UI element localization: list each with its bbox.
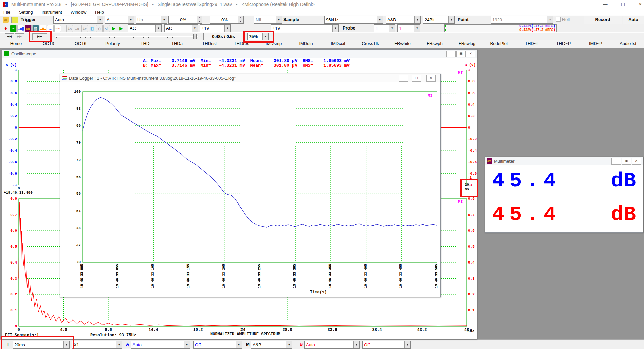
minimize-icon[interactable]: —	[399, 75, 408, 82]
a-window-combo[interactable]: Off▼	[193, 341, 242, 349]
chevron-down-icon[interactable]: ▼	[414, 16, 420, 23]
chevron-down-icon[interactable]: ▼	[97, 16, 103, 23]
sweep-time-combo[interactable]: 20ms▼	[13, 341, 70, 349]
tab-polarity[interactable]: Polarity	[97, 40, 129, 48]
chevron-down-icon[interactable]: ▼	[161, 16, 167, 23]
bit-depth-combo[interactable]: 24Bit▼	[423, 16, 455, 24]
chevron-down-icon[interactable]: ▼	[286, 341, 292, 348]
tab-imdp[interactable]: IMD~P	[580, 40, 612, 48]
oscilloscope-icon[interactable]: ~	[10, 25, 17, 32]
auto-button[interactable]: Auto	[623, 16, 644, 24]
x-scale-combo[interactable]: X1▼	[72, 341, 122, 349]
sampling-channels-combo[interactable]: A&B▼	[386, 16, 421, 24]
record-button[interactable]: Record	[584, 16, 622, 24]
tab-home[interactable]: Home	[0, 40, 32, 48]
trigger-delay-spinner[interactable]: 0% ▲▼	[210, 16, 244, 24]
tab-oct6[interactable]: OCT6	[64, 40, 97, 48]
sound-card-icon[interactable]: ◧	[89, 25, 95, 32]
menu-instrument[interactable]: Instrument	[41, 10, 62, 15]
chevron-down-icon[interactable]: ▼	[155, 25, 161, 32]
a-range-combo[interactable]: Auto▼	[131, 341, 190, 349]
multimeter-icon[interactable]: 888	[25, 25, 32, 32]
measure-channels-combo[interactable]: A&B▼	[251, 341, 292, 349]
menu-window[interactable]: Window	[71, 10, 86, 15]
chevron-down-icon[interactable]: ▼	[332, 25, 338, 32]
trigger-source-combo[interactable]: A▼	[105, 16, 134, 24]
menu-help[interactable]: Help	[95, 10, 104, 15]
tab-thdnsl[interactable]: THDnsl	[193, 40, 225, 48]
tab-thda[interactable]: THDa	[161, 40, 193, 48]
play-b-icon[interactable]: ▶	[118, 25, 124, 31]
spectrum-analyzer-icon[interactable]: ▂▅█	[17, 25, 24, 32]
step-button[interactable]: ▶▶	[15, 33, 24, 40]
trigger-level-spinner[interactable]: 0% ▲▼	[168, 16, 202, 24]
chevron-down-icon[interactable]: ▼	[236, 341, 242, 348]
chevron-down-icon[interactable]: ▼	[389, 25, 395, 32]
menu-file[interactable]: File	[3, 10, 10, 15]
chevron-down-icon[interactable]: ▼	[224, 25, 230, 32]
record-icon[interactable]: ●	[3, 25, 9, 31]
restore-icon[interactable]: ▣	[622, 158, 631, 165]
tab-thdp[interactable]: THD~P	[547, 40, 580, 48]
chevron-down-icon[interactable]: ▼	[63, 341, 69, 348]
probe-a-combo[interactable]: 1▼	[374, 24, 395, 32]
chevron-down-icon[interactable]: ▼	[128, 16, 134, 23]
chevron-down-icon[interactable]: ▼	[184, 341, 190, 348]
rewind-button[interactable]: ◀◀	[5, 33, 14, 40]
trigger-edge-combo[interactable]: Up▼	[136, 16, 167, 24]
tab-thdf[interactable]: THD~f	[515, 40, 547, 48]
probe-calibration-b-icon[interactable]: ⊥B	[74, 25, 80, 32]
probe-calibration-a-icon[interactable]: ⊥A	[66, 25, 73, 32]
tab-thdres[interactable]: THDres	[225, 40, 258, 48]
zoom-percent-combo[interactable]: 75%▼	[247, 33, 269, 40]
data-logger-icon[interactable]: ≈	[47, 25, 54, 32]
ddp-viewer-icon[interactable]: DDP	[54, 25, 61, 32]
chevron-down-icon[interactable]: ▼	[377, 16, 383, 23]
roll-checkbox[interactable]: Roll	[556, 17, 570, 22]
tab-frswlog[interactable]: FRswlog	[451, 40, 483, 48]
chevron-down-icon[interactable]: ▼	[414, 25, 420, 32]
tab-imdccif[interactable]: IMDccif	[322, 40, 354, 48]
multimeter-title-bar[interactable]: 888 Multimeter — ▣ ✕	[485, 157, 643, 165]
tab-imddin[interactable]: IMDdin	[290, 40, 322, 48]
play-a-icon[interactable]: ▶	[111, 25, 117, 31]
probe-b-combo[interactable]: 1▼	[397, 24, 420, 32]
maximize-button[interactable]: ▢	[615, 0, 631, 9]
tab-audiotst[interactable]: AudioTst	[612, 40, 644, 48]
chevron-down-icon[interactable]: ▼	[353, 341, 359, 348]
chevron-down-icon[interactable]: ▼	[262, 33, 268, 40]
minimize-button[interactable]: —	[598, 0, 613, 9]
tab-imdsmp[interactable]: IMDsmp	[258, 40, 290, 48]
close-button[interactable]: ✕	[633, 0, 644, 9]
probe-calibration-p-icon[interactable]: ⊥P	[81, 25, 88, 32]
chevron-down-icon[interactable]: ▼	[192, 25, 198, 32]
chevron-down-icon[interactable]: ▼	[276, 16, 282, 23]
range-a-combo[interactable]: ±1V▼	[200, 24, 231, 32]
coupling-a-combo[interactable]: AC▼	[128, 24, 162, 32]
tab-frswph[interactable]: FRswph	[419, 40, 451, 48]
maximize-icon[interactable]: ▢	[412, 75, 421, 82]
menu-setting[interactable]: Setting	[19, 10, 33, 15]
spectrum-3d-plot-icon[interactable]: ▨	[32, 25, 39, 32]
tab-thd[interactable]: THD	[129, 40, 161, 48]
trigger-mode-combo[interactable]: Auto▼	[53, 16, 103, 24]
tab-bodeplot[interactable]: BodePlot	[483, 40, 515, 48]
open-folder-icon[interactable]: ▭	[3, 17, 9, 23]
record-length-combo[interactable]: 1920▼	[491, 16, 553, 24]
spinner-arrows-icon[interactable]: ▲▼	[197, 16, 202, 23]
data-logger-title-bar[interactable]: Data Logger : 1 - C:\VIRTINS Multi-Instr…	[60, 74, 440, 82]
tab-oct3[interactable]: OCT3	[32, 40, 64, 48]
b-range-combo[interactable]: Auto▼	[304, 341, 360, 349]
slider-thumb[interactable]	[193, 34, 197, 39]
checkbox-icon[interactable]	[556, 17, 561, 22]
range-b-combo[interactable]: ±1V▼	[271, 24, 339, 32]
close-icon[interactable]: ✕	[632, 158, 641, 165]
minimize-icon[interactable]: —	[611, 158, 621, 165]
close-icon[interactable]: ✕	[426, 75, 436, 82]
fast-forward-button[interactable]: ▶▶	[32, 33, 47, 40]
octave-analyzer-icon[interactable]: ▃▆▃	[40, 25, 46, 32]
b-window-combo[interactable]: Off▼	[362, 341, 411, 349]
tab-frwhite[interactable]: FRwhite	[386, 40, 419, 48]
speaker-icon[interactable]: ◁)	[103, 25, 110, 32]
chevron-down-icon[interactable]: ▼	[116, 341, 122, 348]
